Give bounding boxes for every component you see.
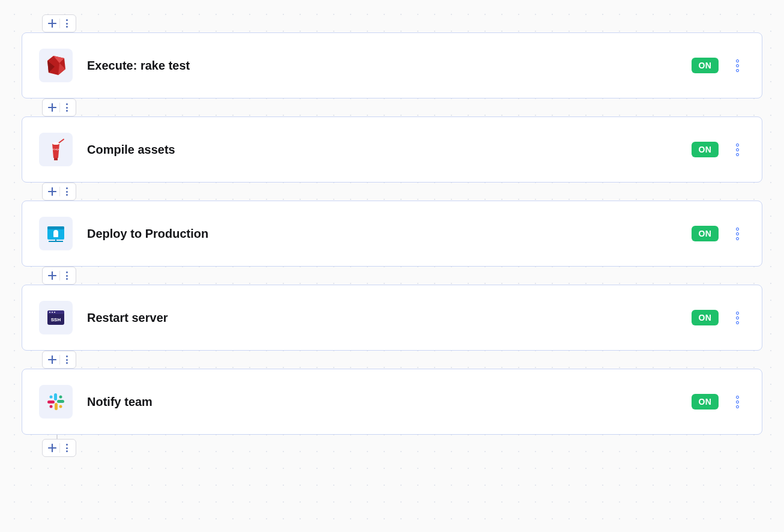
kebab-icon [66,271,68,280]
deploy-icon [44,222,68,246]
step-menu-button[interactable] [729,59,745,72]
svg-text:SSH: SSH [51,317,61,322]
ssh-icon: SSH [44,306,68,330]
add-step-menu[interactable] [60,100,73,115]
svg-point-16 [54,312,55,313]
step-icon-box [39,385,73,419]
gulp-icon: Gulp [44,138,68,162]
step-title: Restart server [87,311,692,325]
connector [22,435,762,461]
svg-rect-20 [55,403,58,410]
connector [22,14,762,32]
add-step-button[interactable] [45,16,59,31]
status-toggle[interactable]: ON [692,310,719,325]
connector [22,267,762,285]
plus-icon [48,187,56,196]
add-step-control [42,439,76,457]
status-toggle[interactable]: ON [692,394,719,410]
add-step-control [42,183,76,201]
add-step-menu[interactable] [60,16,73,31]
step-menu-button[interactable] [729,228,745,240]
add-step-button[interactable] [45,352,59,367]
add-step-control [42,351,76,369]
step-title: Deploy to Production [87,227,692,241]
plus-icon [48,355,56,364]
step-icon-box [39,217,73,250]
plus-icon [48,19,56,28]
step-title: Execute: rake test [87,59,692,73]
step-menu-button[interactable] [729,312,745,324]
svg-point-23 [59,396,62,399]
step-icon-box: Gulp [39,133,73,166]
svg-point-24 [59,405,62,408]
plus-icon [48,103,56,112]
svg-rect-8 [47,226,64,229]
pipeline-step[interactable]: Execute: rake test ON [22,32,762,98]
pipeline-step[interactable]: Gulp Compile assets ON [22,116,762,183]
svg-rect-11 [53,234,58,237]
svg-point-22 [50,396,53,399]
svg-rect-19 [57,400,64,403]
connector [22,98,762,116]
svg-point-25 [50,405,53,408]
svg-point-15 [52,312,53,313]
svg-rect-10 [55,240,56,242]
pipeline-step[interactable]: Notify team ON [22,369,762,435]
add-step-control [42,14,76,32]
svg-point-14 [49,312,50,313]
kebab-icon [66,444,68,452]
kebab-icon [66,19,68,28]
svg-rect-4 [54,158,58,160]
svg-text:Gulp: Gulp [53,148,59,151]
step-title: Compile assets [87,143,692,157]
add-step-control [42,98,76,116]
step-menu-button[interactable] [729,396,745,408]
slack-icon [44,390,68,414]
svg-rect-21 [47,401,55,404]
add-step-menu[interactable] [60,268,73,283]
add-step-button[interactable] [45,441,59,455]
kebab-icon [66,355,68,364]
plus-icon [48,271,56,280]
connector [22,351,762,369]
add-step-menu[interactable] [60,184,73,199]
pipeline-step[interactable]: Deploy to Production ON [22,201,762,267]
status-toggle[interactable]: ON [692,142,719,157]
add-step-button[interactable] [45,268,59,283]
svg-rect-18 [54,393,57,401]
add-step-button[interactable] [45,184,59,199]
step-icon-box: SSH [39,301,73,334]
add-step-control [42,267,76,285]
kebab-icon [66,187,68,196]
status-toggle[interactable]: ON [692,226,719,241]
plus-icon [48,444,56,452]
add-step-menu[interactable] [60,441,73,455]
connector [22,183,762,201]
kebab-icon [66,103,68,112]
status-toggle[interactable]: ON [692,58,719,73]
step-icon-box [39,49,73,82]
add-step-button[interactable] [45,100,59,115]
pipeline: Execute: rake test ON Gulp Comp [22,14,762,461]
add-step-menu[interactable] [60,352,73,367]
pipeline-step[interactable]: SSH Restart server ON [22,285,762,351]
step-title: Notify team [87,395,692,409]
svg-point-5 [52,142,59,145]
step-menu-button[interactable] [729,144,745,156]
ruby-icon [44,53,68,77]
